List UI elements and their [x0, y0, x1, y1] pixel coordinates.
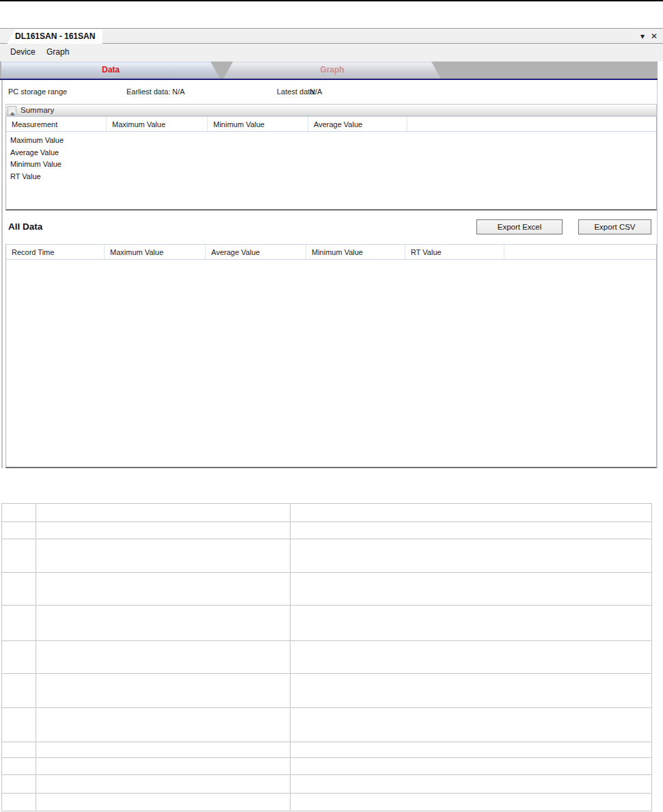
summary-column-filler [407, 117, 656, 131]
window-controls: ▾ ✕ [640, 31, 658, 42]
table-cell[interactable] [36, 674, 290, 707]
earliest-data-label: Earliest data: [126, 87, 170, 96]
summary-row[interactable]: Maximum Value [6, 135, 656, 147]
table-cell[interactable] [2, 573, 36, 605]
table-cell[interactable] [2, 504, 36, 522]
collapse-button[interactable]: « [8, 106, 16, 115]
storage-range-row: PC storage range Earliest data: N/A Late… [0, 86, 658, 98]
all-data-column-header[interactable]: Average Value [206, 245, 306, 259]
summary-header-bar: « Summary [5, 104, 657, 116]
summary-table-body: Maximum ValueAverage ValueMinimum ValueR… [6, 132, 656, 182]
table-cell[interactable] [36, 522, 290, 539]
summary-row[interactable]: RT Value [6, 171, 656, 183]
latest-data-value: N/A [310, 87, 322, 96]
tab-data[interactable]: Data [1, 62, 220, 79]
menu-graph[interactable]: Graph [46, 47, 69, 57]
table-cell[interactable] [2, 794, 36, 811]
table-row[interactable] [2, 758, 652, 775]
content-right-border [657, 80, 658, 468]
tab-underline [0, 79, 658, 80]
table-cell[interactable] [36, 641, 290, 673]
table-cell[interactable] [290, 775, 652, 793]
menu-device[interactable]: Device [10, 47, 36, 57]
table-row[interactable] [2, 742, 652, 758]
table-row[interactable] [2, 775, 652, 794]
summary-row[interactable]: Minimum Value [6, 159, 656, 171]
table-cell[interactable] [2, 674, 36, 707]
table-cell[interactable] [36, 606, 290, 640]
table-cell[interactable] [2, 641, 36, 673]
table-row[interactable] [2, 606, 652, 641]
table-cell[interactable] [2, 758, 36, 774]
summary-column-header[interactable]: Minimum Value [208, 117, 308, 131]
all-data-table: Record TimeMaximum ValueAverage ValueMin… [5, 244, 657, 468]
table-row[interactable] [2, 708, 652, 742]
summary-column-header[interactable]: Average Value [308, 117, 407, 131]
table-cell[interactable] [36, 708, 290, 742]
earliest-data-value: N/A [172, 87, 185, 96]
export-excel-button[interactable]: Export Excel [476, 219, 563, 234]
table-cell[interactable] [2, 775, 36, 793]
table-cell[interactable] [290, 504, 652, 522]
document-tab-strip: DL161SAN - 161SAN ▾ ✕ [0, 28, 663, 44]
storage-range-label: PC storage range [8, 87, 67, 96]
table-cell[interactable] [2, 539, 36, 572]
table-cell[interactable] [36, 775, 290, 793]
all-data-column-header[interactable]: Minimum Value [306, 245, 405, 259]
table-cell[interactable] [290, 539, 652, 572]
table-cell[interactable] [290, 641, 652, 673]
summary-column-header[interactable]: Measurement [6, 117, 107, 131]
table-cell[interactable] [290, 674, 652, 707]
all-data-column-filler [504, 245, 656, 259]
tab-graph[interactable]: Graph [224, 62, 441, 79]
table-cell[interactable] [36, 504, 290, 522]
app-window: DL161SAN - 161SAN ▾ ✕ Device Graph Data … [0, 0, 663, 812]
table-cell[interactable] [36, 573, 290, 605]
table-cell[interactable] [290, 708, 652, 742]
summary-table-header: MeasurementMaximum ValueMinimum ValueAve… [6, 117, 656, 132]
summary-row[interactable]: Average Value [6, 147, 656, 159]
table-row[interactable] [2, 573, 652, 606]
top-window-edge [0, 0, 663, 1]
table-row[interactable] [2, 539, 652, 573]
table-cell[interactable] [36, 742, 290, 757]
table-cell[interactable] [290, 573, 652, 605]
menu-bar: Device Graph [0, 44, 663, 62]
table-cell[interactable] [2, 742, 36, 757]
table-cell[interactable] [290, 794, 652, 811]
close-icon[interactable]: ✕ [651, 31, 658, 42]
table-row[interactable] [2, 794, 652, 811]
table-row[interactable] [2, 641, 652, 674]
table-cell[interactable] [2, 522, 36, 539]
all-data-title: All Data [8, 221, 42, 232]
summary-table: MeasurementMaximum ValueMinimum ValueAve… [5, 116, 657, 211]
table-cell[interactable] [2, 606, 36, 640]
table-cell[interactable] [290, 522, 652, 539]
table-cell[interactable] [36, 539, 290, 572]
document-tab-title: DL161SAN - 161SAN [15, 31, 95, 41]
table-cell[interactable] [36, 758, 290, 774]
all-data-table-header: Record TimeMaximum ValueAverage ValueMin… [6, 245, 656, 260]
summary-title: Summary [21, 106, 54, 114]
table-cell[interactable] [290, 742, 652, 757]
table-row[interactable] [2, 504, 652, 522]
table-cell[interactable] [2, 708, 36, 742]
all-data-column-header[interactable]: Record Time [6, 245, 105, 259]
export-csv-button[interactable]: Export CSV [578, 219, 651, 234]
table-row[interactable] [2, 522, 652, 539]
chevrons-up-icon: « [8, 112, 16, 116]
bottom-empty-grid [1, 503, 652, 811]
all-data-column-header[interactable]: Maximum Value [105, 245, 206, 259]
content-left-border [1, 80, 3, 468]
dropdown-icon[interactable]: ▾ [640, 31, 645, 42]
table-cell[interactable] [290, 606, 652, 640]
all-data-column-header[interactable]: RT Value [405, 245, 504, 259]
table-cell[interactable] [36, 794, 290, 811]
table-row[interactable] [2, 674, 652, 708]
main-tab-bar: Data Graph [0, 62, 663, 80]
table-cell[interactable] [290, 758, 652, 774]
summary-column-header[interactable]: Maximum Value [107, 117, 208, 131]
